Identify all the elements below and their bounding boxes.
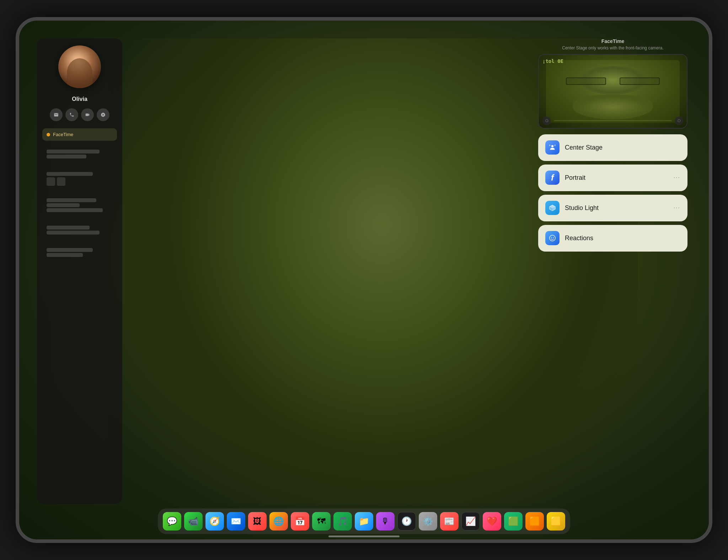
center-stage-icon [545, 140, 560, 155]
studio-light-button[interactable]: Studio Light ··· [538, 195, 687, 221]
contact-avatar [58, 45, 101, 88]
home-indicator[interactable] [328, 535, 400, 537]
right-panel: FaceTime Center Stage only works with th… [538, 38, 687, 255]
teal-app-icon[interactable]: 🟩 [504, 512, 523, 531]
portrait-more[interactable]: ··· [674, 174, 680, 181]
sidebar-item-5[interactable] [42, 221, 117, 239]
camera-face [546, 60, 680, 123]
studio-light-icon [545, 201, 560, 215]
contact-name: Olivia [42, 96, 117, 102]
yellow-app-icon[interactable]: 🟨 [547, 512, 565, 531]
studio-light-more[interactable]: ··· [674, 205, 680, 211]
action-btn-4[interactable] [97, 108, 109, 121]
chrome-icon[interactable]: 🌐 [269, 512, 288, 531]
portrait-label: Portrait [565, 174, 674, 182]
camera-preview: ¡tol 0E ⬡ ⬡ [538, 54, 687, 129]
clock-icon[interactable]: 🕐 [397, 512, 416, 531]
sidebar-panel: Olivia FaceTime [37, 38, 122, 504]
news-icon[interactable]: 📰 [440, 512, 459, 531]
studio-light-label: Studio Light [565, 204, 674, 212]
messages-icon[interactable]: 💬 [163, 512, 181, 531]
sidebar-item-2[interactable] [42, 145, 117, 163]
screen: Olivia FaceTime [19, 21, 709, 539]
center-stage-label: Center Stage [565, 144, 680, 151]
action-btn-3[interactable] [81, 108, 94, 121]
reactions-label: Reactions [565, 235, 680, 242]
svg-point-7 [553, 237, 554, 238]
portrait-button[interactable]: f Portrait ··· [538, 165, 687, 191]
action-buttons [42, 108, 117, 121]
portrait-icon: f [545, 171, 560, 185]
camera-control-right[interactable]: ⬡ [675, 117, 683, 125]
sidebar-item-3[interactable] [42, 167, 117, 189]
sidebar-item-6[interactable] [42, 243, 117, 262]
camera-control-left[interactable]: ⬡ [542, 117, 551, 125]
sidebar-item-label: FaceTime [53, 132, 73, 137]
action-btn-1[interactable] [50, 108, 63, 121]
settings-icon[interactable]: ⚙️ [419, 512, 437, 531]
facetime-dock-icon[interactable]: 📹 [184, 512, 203, 531]
reactions-button[interactable]: Reactions [538, 225, 687, 252]
svg-point-0 [551, 145, 553, 147]
health-icon[interactable]: ❤️ [483, 512, 501, 531]
active-dot [47, 133, 50, 136]
dock: 💬 📹 🧭 ✉️ 🖼 🌐 📅 🗺 🎵 📁 🎙 🕐 ⚙️ [158, 508, 570, 534]
safari-icon[interactable]: 🧭 [205, 512, 224, 531]
sidebar-item-facetime[interactable]: FaceTime [42, 128, 117, 141]
photos-icon[interactable]: 🖼 [248, 512, 267, 531]
reactions-icon [545, 231, 560, 245]
mail-icon[interactable]: ✉️ [227, 512, 245, 531]
facetime-notification: Center Stage only works with the front-f… [538, 45, 687, 51]
center-stage-button[interactable]: Center Stage [538, 134, 687, 161]
facetime-app-name: FaceTime [538, 38, 687, 44]
svg-point-5 [550, 235, 556, 241]
sidebar-item-4[interactable] [42, 194, 117, 217]
camera-controls-bar: ⬡ ⬡ [542, 117, 683, 125]
camera-overlay-text: ¡tol 0E [542, 58, 563, 64]
svg-point-6 [551, 237, 552, 238]
stocks-icon[interactable]: 📈 [461, 512, 480, 531]
music-icon[interactable]: 🎵 [333, 512, 352, 531]
orange-app-icon[interactable]: 🟧 [525, 512, 544, 531]
calendar-icon[interactable]: 📅 [291, 512, 309, 531]
files-icon[interactable]: 📁 [355, 512, 373, 531]
action-btn-2[interactable] [65, 108, 78, 121]
tablet-frame: Olivia FaceTime [16, 17, 712, 543]
maps-icon[interactable]: 🗺 [312, 512, 331, 531]
facetime-header: FaceTime Center Stage only works with th… [538, 38, 687, 51]
podcasts-icon[interactable]: 🎙 [376, 512, 395, 531]
